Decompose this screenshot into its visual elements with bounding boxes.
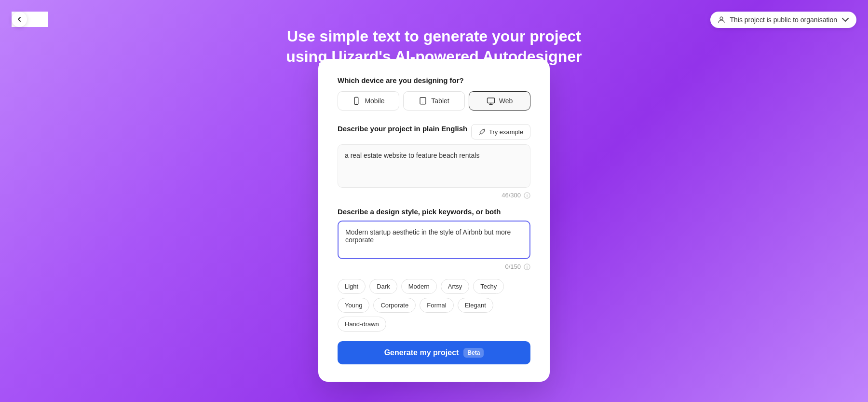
keyword-chip-techy[interactable]: Techy bbox=[473, 279, 504, 294]
beta-badge: Beta bbox=[463, 348, 484, 358]
keyword-chip-elegant[interactable]: Elegant bbox=[458, 298, 493, 313]
style-info-icon bbox=[524, 263, 530, 270]
page-title: Use simple text to generate your project… bbox=[286, 27, 582, 67]
tablet-label: Tablet bbox=[431, 97, 449, 105]
mobile-label: Mobile bbox=[365, 97, 384, 105]
project-description-label: Describe your project in plain English bbox=[338, 125, 467, 133]
main-card: Which device are you designing for? Mobi… bbox=[318, 59, 550, 382]
design-style-section: Describe a design style, pick keywords, … bbox=[338, 208, 530, 270]
project-char-count: 46/300 bbox=[338, 192, 530, 199]
keywords-row: LightDarkModernArtsyTechyYoungCorporateF… bbox=[338, 279, 530, 332]
keyword-chip-artsy[interactable]: Artsy bbox=[441, 279, 470, 294]
keyword-chip-dark[interactable]: Dark bbox=[369, 279, 397, 294]
visibility-label: This project is public to organisation bbox=[730, 16, 837, 24]
tablet-icon bbox=[419, 97, 427, 105]
info-icon bbox=[524, 192, 530, 199]
keyword-chip-modern[interactable]: Modern bbox=[401, 279, 437, 294]
back-button[interactable]: Back bbox=[12, 12, 48, 27]
keyword-chip-young[interactable]: Young bbox=[338, 298, 369, 313]
style-char-count: 0/150 bbox=[338, 263, 530, 270]
device-tablet-button[interactable]: Tablet bbox=[403, 91, 465, 111]
keyword-chip-light[interactable]: Light bbox=[338, 279, 366, 294]
person-icon bbox=[717, 15, 726, 24]
generate-button[interactable]: Generate my project Beta bbox=[338, 341, 530, 364]
try-example-button[interactable]: Try example bbox=[471, 124, 530, 139]
svg-point-0 bbox=[720, 17, 723, 20]
back-label: Back bbox=[31, 15, 48, 24]
visibility-badge[interactable]: This project is public to organisation bbox=[710, 12, 856, 28]
device-mobile-button[interactable]: Mobile bbox=[338, 91, 399, 111]
try-example-label: Try example bbox=[489, 128, 523, 136]
wand-icon bbox=[478, 128, 486, 136]
svg-point-4 bbox=[423, 103, 424, 104]
keyword-chip-corporate[interactable]: Corporate bbox=[373, 298, 416, 313]
web-icon bbox=[487, 97, 495, 105]
mobile-icon bbox=[352, 97, 361, 105]
back-circle bbox=[12, 12, 27, 27]
keyword-chip-formal[interactable]: Formal bbox=[420, 298, 453, 313]
svg-point-2 bbox=[356, 103, 357, 104]
web-label: Web bbox=[499, 97, 513, 105]
keyword-chip-hand-drawn[interactable]: Hand-drawn bbox=[338, 317, 386, 332]
generate-label: Generate my project bbox=[384, 348, 459, 357]
device-section-label: Which device are you designing for? bbox=[338, 76, 530, 84]
design-style-label: Describe a design style, pick keywords, … bbox=[338, 208, 530, 216]
describe-header: Describe your project in plain English T… bbox=[338, 124, 530, 139]
project-description-input[interactable] bbox=[338, 144, 530, 188]
svg-rect-5 bbox=[487, 98, 494, 103]
chevron-down-icon bbox=[841, 15, 850, 24]
design-style-input[interactable] bbox=[338, 221, 530, 259]
device-selector: Mobile Tablet Web bbox=[338, 91, 530, 111]
device-web-button[interactable]: Web bbox=[469, 91, 530, 111]
